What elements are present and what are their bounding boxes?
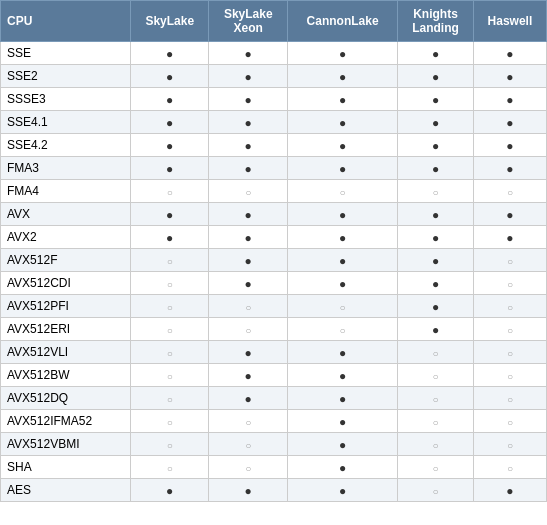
skylake_xeon-cell: ● xyxy=(209,249,287,272)
empty-dot-icon: ○ xyxy=(433,486,439,497)
skylake-cell: ● xyxy=(131,203,209,226)
haswell-cell: ● xyxy=(473,65,546,88)
haswell-cell: ● xyxy=(473,42,546,65)
empty-dot-icon: ○ xyxy=(167,256,173,267)
knights_landing-cell: ● xyxy=(398,111,474,134)
table-row: SSE4.1●●●●● xyxy=(1,111,547,134)
empty-dot-icon: ○ xyxy=(433,371,439,382)
cannonlake-cell: ● xyxy=(287,88,397,111)
table-row: AVX512VLI○●●○○ xyxy=(1,341,547,364)
filled-dot-icon: ● xyxy=(166,139,173,153)
table-row: AES●●●○● xyxy=(1,479,547,502)
skylake_xeon-cell: ● xyxy=(209,479,287,502)
skylake_xeon-cell: ○ xyxy=(209,433,287,456)
cannonlake-header: CannonLake xyxy=(287,1,397,42)
knights_landing-cell: ○ xyxy=(398,479,474,502)
filled-dot-icon: ● xyxy=(245,277,252,291)
empty-dot-icon: ○ xyxy=(245,325,251,336)
skylake-xeon-header: SkyLakeXeon xyxy=(209,1,287,42)
empty-dot-icon: ○ xyxy=(433,187,439,198)
haswell-cell: ● xyxy=(473,134,546,157)
filled-dot-icon: ● xyxy=(245,346,252,360)
cannonlake-cell: ● xyxy=(287,249,397,272)
knights_landing-cell: ● xyxy=(398,249,474,272)
cannonlake-cell: ● xyxy=(287,65,397,88)
haswell-cell: ○ xyxy=(473,318,546,341)
empty-dot-icon: ○ xyxy=(507,187,513,198)
filled-dot-icon: ● xyxy=(339,415,346,429)
haswell-cell: ○ xyxy=(473,433,546,456)
haswell-cell: ● xyxy=(473,226,546,249)
skylake-cell: ○ xyxy=(131,433,209,456)
cpu-label: SSE4.2 xyxy=(1,134,131,157)
skylake_xeon-cell: ● xyxy=(209,157,287,180)
filled-dot-icon: ● xyxy=(506,116,513,130)
cpu-label: SHA xyxy=(1,456,131,479)
filled-dot-icon: ● xyxy=(339,254,346,268)
empty-dot-icon: ○ xyxy=(507,279,513,290)
filled-dot-icon: ● xyxy=(166,93,173,107)
filled-dot-icon: ● xyxy=(339,139,346,153)
haswell-cell: ○ xyxy=(473,364,546,387)
cpu-label: AVX512DQ xyxy=(1,387,131,410)
cpu-features-table: CPU SkyLake SkyLakeXeon CannonLake Knigh… xyxy=(0,0,547,502)
knights_landing-cell: ● xyxy=(398,88,474,111)
skylake_xeon-cell: ○ xyxy=(209,410,287,433)
cannonlake-cell: ○ xyxy=(287,295,397,318)
skylake-cell: ○ xyxy=(131,341,209,364)
empty-dot-icon: ○ xyxy=(167,463,173,474)
filled-dot-icon: ● xyxy=(432,116,439,130)
empty-dot-icon: ○ xyxy=(433,440,439,451)
filled-dot-icon: ● xyxy=(245,208,252,222)
empty-dot-icon: ○ xyxy=(245,463,251,474)
filled-dot-icon: ● xyxy=(166,162,173,176)
filled-dot-icon: ● xyxy=(339,208,346,222)
empty-dot-icon: ○ xyxy=(245,187,251,198)
knights_landing-cell: ○ xyxy=(398,180,474,203)
table-row: AVX512IFMA52○○●○○ xyxy=(1,410,547,433)
knights_landing-cell: ● xyxy=(398,134,474,157)
filled-dot-icon: ● xyxy=(432,70,439,84)
empty-dot-icon: ○ xyxy=(507,394,513,405)
skylake-cell: ● xyxy=(131,134,209,157)
empty-dot-icon: ○ xyxy=(340,302,346,313)
filled-dot-icon: ● xyxy=(506,208,513,222)
skylake_xeon-cell: ● xyxy=(209,203,287,226)
knights_landing-cell: ○ xyxy=(398,341,474,364)
filled-dot-icon: ● xyxy=(245,47,252,61)
table-row: AVX512ERI○○○●○ xyxy=(1,318,547,341)
cpu-label: AVX512VBMI xyxy=(1,433,131,456)
knights_landing-cell: ○ xyxy=(398,410,474,433)
empty-dot-icon: ○ xyxy=(433,348,439,359)
skylake-cell: ● xyxy=(131,157,209,180)
knights_landing-cell: ● xyxy=(398,203,474,226)
table-row: AVX512F○●●●○ xyxy=(1,249,547,272)
empty-dot-icon: ○ xyxy=(245,417,251,428)
filled-dot-icon: ● xyxy=(245,392,252,406)
empty-dot-icon: ○ xyxy=(167,440,173,451)
empty-dot-icon: ○ xyxy=(433,463,439,474)
filled-dot-icon: ● xyxy=(166,70,173,84)
skylake-cell: ○ xyxy=(131,410,209,433)
filled-dot-icon: ● xyxy=(245,162,252,176)
filled-dot-icon: ● xyxy=(432,139,439,153)
filled-dot-icon: ● xyxy=(339,346,346,360)
table-row: SHA○○●○○ xyxy=(1,456,547,479)
skylake-cell: ○ xyxy=(131,364,209,387)
filled-dot-icon: ● xyxy=(339,93,346,107)
knights_landing-cell: ● xyxy=(398,157,474,180)
filled-dot-icon: ● xyxy=(245,369,252,383)
skylake-cell: ○ xyxy=(131,249,209,272)
skylake-cell: ● xyxy=(131,111,209,134)
cannonlake-cell: ● xyxy=(287,226,397,249)
filled-dot-icon: ● xyxy=(432,162,439,176)
filled-dot-icon: ● xyxy=(339,116,346,130)
skylake_xeon-cell: ● xyxy=(209,134,287,157)
skylake_xeon-cell: ● xyxy=(209,226,287,249)
filled-dot-icon: ● xyxy=(339,392,346,406)
table-row: AVX512BW○●●○○ xyxy=(1,364,547,387)
skylake_xeon-cell: ● xyxy=(209,42,287,65)
cpu-label: AVX512IFMA52 xyxy=(1,410,131,433)
skylake_xeon-cell: ● xyxy=(209,272,287,295)
cannonlake-cell: ● xyxy=(287,410,397,433)
